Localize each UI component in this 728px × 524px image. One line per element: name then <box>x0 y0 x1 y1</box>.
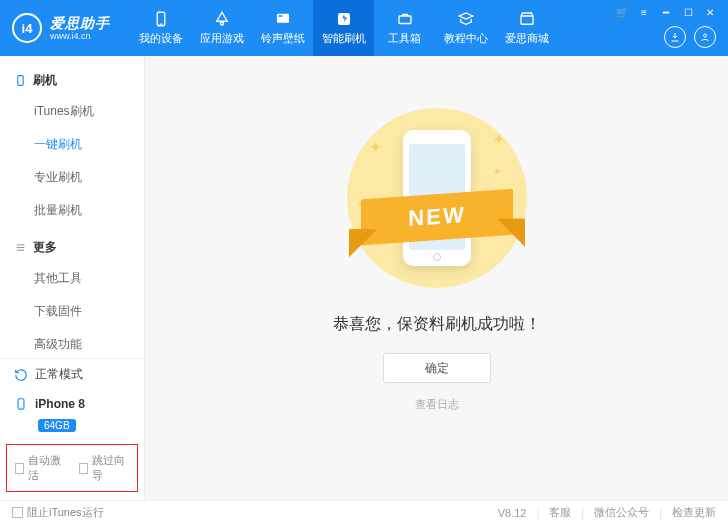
device-outline-icon <box>14 74 27 87</box>
sidebar-item-pro-flash[interactable]: 专业刷机 <box>0 161 144 194</box>
svg-rect-3 <box>277 14 289 23</box>
block-itunes-checkbox[interactable]: 阻止iTunes运行 <box>12 505 104 520</box>
profile-button[interactable] <box>694 26 716 48</box>
window-controls: 🛒 ≡ ━ ☐ ✕ <box>616 6 716 18</box>
sidebar-group-flash: 刷机 <box>0 66 144 95</box>
svg-point-2 <box>220 22 223 25</box>
sidebar-item-batch-flash[interactable]: 批量刷机 <box>0 194 144 227</box>
nav-smart-flash[interactable]: 智能刷机 <box>313 0 374 56</box>
cart-icon[interactable]: 🛒 <box>616 6 628 18</box>
close-icon[interactable]: ✕ <box>704 6 716 18</box>
view-log-link[interactable]: 查看日志 <box>415 397 459 412</box>
phone-icon <box>14 397 28 411</box>
footer-link-wechat[interactable]: 微信公众号 <box>594 505 649 520</box>
nav-wallpaper[interactable]: 铃声壁纸 <box>252 0 313 56</box>
sidebar-item-oneclick-flash[interactable]: 一键刷机 <box>0 128 144 161</box>
footer-link-update[interactable]: 检查更新 <box>672 505 716 520</box>
list-icon <box>14 241 27 254</box>
main-area: 刷机 iTunes刷机 一键刷机 专业刷机 批量刷机 更多 其他工具 下载固件 … <box>0 56 728 500</box>
sidebar-item-itunes-flash[interactable]: iTunes刷机 <box>0 95 144 128</box>
device-name: iPhone 8 <box>35 397 85 411</box>
nav-mall[interactable]: 爱思商城 <box>496 0 557 56</box>
download-button[interactable] <box>664 26 686 48</box>
device-row[interactable]: iPhone 8 <box>0 390 144 418</box>
toolbox-icon <box>396 10 414 28</box>
mall-icon <box>518 10 536 28</box>
brand-url: www.i4.cn <box>50 31 110 41</box>
success-text: 恭喜您，保资料刷机成功啦！ <box>333 314 541 335</box>
sidebar-item-download-firmware[interactable]: 下载固件 <box>0 295 144 328</box>
options-highlight: 自动激活 跳过向导 <box>6 444 138 492</box>
sidebar-group-more: 更多 <box>0 233 144 262</box>
mode-row[interactable]: 正常模式 <box>0 359 144 390</box>
svg-point-8 <box>704 34 707 37</box>
svg-rect-6 <box>399 16 411 24</box>
sidebar-item-advanced[interactable]: 高级功能 <box>0 328 144 358</box>
svg-rect-4 <box>278 15 282 17</box>
version-label: V8.12 <box>498 507 527 519</box>
storage-badge: 64GB <box>38 419 76 432</box>
menu-icon[interactable]: ≡ <box>638 6 650 18</box>
auto-activate-checkbox[interactable]: 自动激活 <box>15 453 65 483</box>
status-bar: 阻止iTunes运行 V8.12 | 客服 | 微信公众号 | 检查更新 <box>0 500 728 524</box>
nav-my-device[interactable]: 我的设备 <box>130 0 191 56</box>
sidebar: 刷机 iTunes刷机 一键刷机 专业刷机 批量刷机 更多 其他工具 下载固件 … <box>0 56 145 500</box>
app-logo: i4 爱思助手 www.i4.cn <box>12 13 130 43</box>
tutorial-icon <box>457 10 475 28</box>
footer-link-support[interactable]: 客服 <box>549 505 571 520</box>
flash-icon <box>335 10 353 28</box>
svg-rect-7 <box>521 16 533 24</box>
nav-apps[interactable]: 应用游戏 <box>191 0 252 56</box>
refresh-icon <box>14 368 28 382</box>
content-pane: ✦✦✦✦ NEW 恭喜您，保资料刷机成功啦！ 确定 查看日志 <box>145 56 728 500</box>
logo-badge: i4 <box>12 13 42 43</box>
svg-rect-9 <box>18 76 23 86</box>
wallpaper-icon <box>274 10 292 28</box>
confirm-button[interactable]: 确定 <box>383 353 491 383</box>
titlebar: i4 爱思助手 www.i4.cn 我的设备 应用游戏 铃声壁纸 智能刷机 工具… <box>0 0 728 56</box>
minimize-icon[interactable]: ━ <box>660 6 672 18</box>
maximize-icon[interactable]: ☐ <box>682 6 694 18</box>
skip-guide-checkbox[interactable]: 跳过向导 <box>79 453 129 483</box>
sidebar-item-other-tools[interactable]: 其他工具 <box>0 262 144 295</box>
apps-icon <box>213 10 231 28</box>
nav-tutorial[interactable]: 教程中心 <box>435 0 496 56</box>
brand-name: 爱思助手 <box>50 16 110 31</box>
success-illustration: ✦✦✦✦ NEW <box>347 108 527 288</box>
nav-toolbox[interactable]: 工具箱 <box>374 0 435 56</box>
device-icon <box>152 10 170 28</box>
